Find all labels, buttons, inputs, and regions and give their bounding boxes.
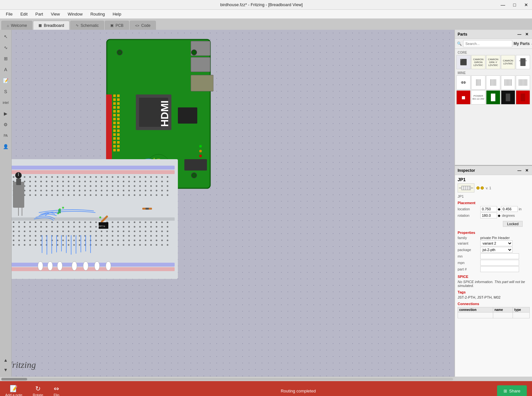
close-button[interactable]: ✕ xyxy=(520,0,532,10)
horizontal-scrollbar[interactable] xyxy=(0,377,454,381)
mn-label: mn xyxy=(458,254,480,258)
search-input[interactable] xyxy=(463,40,512,47)
location-x-input[interactable] xyxy=(480,206,497,212)
intel-tool[interactable]: intel xyxy=(1,98,11,107)
seeed-tool[interactable]: S xyxy=(1,87,11,96)
tab-schematic[interactable]: ∿ Schematic xyxy=(70,21,104,30)
inspector-close-btn[interactable]: ✕ xyxy=(524,168,530,173)
bus-tool[interactable]: ⊞ xyxy=(1,54,11,63)
svg-point-387 xyxy=(161,244,163,246)
rotation-unit: degrees xyxy=(502,214,515,217)
svg-point-117 xyxy=(161,181,163,182)
mine-part-2[interactable] xyxy=(471,75,485,90)
tab-schematic-label: Schematic xyxy=(81,23,99,28)
route-tool[interactable]: ∿ xyxy=(1,43,11,52)
scrollbar-thumb[interactable] xyxy=(1,378,27,380)
minimize-button[interactable]: — xyxy=(497,0,509,10)
pointer-tool[interactable]: ↖ xyxy=(1,32,11,41)
parts-close-btn[interactable]: ✕ xyxy=(524,32,530,37)
location-unit: in xyxy=(519,207,522,211)
label-tool[interactable]: A xyxy=(1,65,11,74)
svg-point-213 xyxy=(29,222,31,223)
tab-welcome[interactable]: ⌂ Welcome xyxy=(1,21,32,30)
svg-point-411 xyxy=(48,261,53,270)
add-note-button[interactable]: 📝 Add a note xyxy=(5,385,22,396)
mine-part-6[interactable]: ■ xyxy=(456,90,471,104)
package-select[interactable]: jst-2-pth xyxy=(480,247,513,253)
part-item-1[interactable]: ⬛ xyxy=(456,55,471,69)
tab-breadboard[interactable]: ▦ Breadboard xyxy=(33,21,70,30)
play-tool[interactable]: ▶ xyxy=(1,109,11,118)
svg-point-330 xyxy=(13,240,15,241)
pin-dot-1 xyxy=(476,186,480,190)
inspector-header: Inspector — ✕ xyxy=(455,166,532,175)
share-button[interactable]: ⊞ Share xyxy=(497,385,527,396)
rotate-icon: ↻ xyxy=(35,385,41,392)
svg-point-127 xyxy=(51,185,53,187)
family-row: family private Pin Header xyxy=(458,236,530,240)
svg-point-376 xyxy=(101,244,103,246)
flip-button[interactable]: ⇔ Flip xyxy=(54,385,60,396)
svg-point-84 xyxy=(145,176,147,178)
part-item-5[interactable] xyxy=(516,55,530,69)
svg-point-254 xyxy=(90,226,92,228)
mn-input[interactable] xyxy=(480,253,519,259)
svg-point-188 xyxy=(57,194,59,196)
scroll-down[interactable]: ▼ xyxy=(1,365,11,375)
menu-window[interactable]: Window xyxy=(64,10,86,18)
rotation-label: rotation xyxy=(458,214,480,217)
variant-select[interactable]: variant 2 variant 1 xyxy=(480,240,513,246)
menu-edit[interactable]: Edit xyxy=(17,10,31,18)
window-title: birdhouse.fzz* - Fritzing - [Breadboard … xyxy=(26,2,497,7)
tab-code[interactable]: <> Code xyxy=(130,21,156,30)
part-item-2[interactable]: CAMION GIRON LDV50C xyxy=(471,55,485,69)
mine-part-4[interactable] xyxy=(501,75,515,90)
menu-help[interactable]: Help xyxy=(109,10,125,18)
inspector-minus-btn[interactable]: — xyxy=(516,168,523,173)
svg-rect-423 xyxy=(520,58,526,66)
mine-part-7[interactable]: POWER B3-12-3W xyxy=(471,90,485,104)
mine-label: MINE xyxy=(456,71,531,75)
mine-part-8[interactable]: ▉ xyxy=(486,90,500,104)
part-item-3[interactable]: CAMION GRK-Y LDV50C xyxy=(486,55,500,69)
svg-point-178 xyxy=(167,190,168,192)
mpn-input[interactable] xyxy=(480,260,519,266)
parts-minus-btn[interactable]: — xyxy=(516,32,523,37)
svg-point-187 xyxy=(51,194,53,196)
mine-part-9[interactable]: ▉ xyxy=(501,90,515,104)
breadboard[interactable]: // This is just for visual, we'll do it … xyxy=(3,159,178,279)
svg-point-327 xyxy=(161,235,163,237)
pa-tool[interactable]: PA xyxy=(1,131,11,140)
part-item-4[interactable]: CAMION LDV50C xyxy=(501,55,515,69)
svg-point-207 xyxy=(161,194,163,196)
location-y-input[interactable] xyxy=(501,206,518,212)
menu-view[interactable]: View xyxy=(48,10,63,18)
partnum-input[interactable] xyxy=(480,266,519,272)
menu-routing[interactable]: Routing xyxy=(87,10,108,18)
rotate-button[interactable]: ↻ Rotate xyxy=(33,385,43,396)
svg-point-111 xyxy=(128,181,130,182)
mine-part-5[interactable] xyxy=(516,75,530,90)
svg-point-266 xyxy=(156,226,157,228)
settings-tool[interactable]: ⚙ xyxy=(1,120,11,129)
svg-point-210 xyxy=(13,222,15,223)
mine-part-10[interactable]: ▉ xyxy=(516,90,530,104)
maximize-button[interactable]: □ xyxy=(509,0,520,10)
parts-search-bar: 🔍 My Parts — xyxy=(455,39,532,49)
note-tool[interactable]: 📝 xyxy=(1,76,11,85)
mine-part-1[interactable] xyxy=(456,75,471,90)
locked-button[interactable]: Locked xyxy=(503,221,523,227)
rotation-input[interactable] xyxy=(480,213,497,218)
person-tool[interactable]: 👤 xyxy=(1,142,11,151)
tab-code-label: Code xyxy=(141,23,151,28)
canvas-area[interactable]: 🍓 xyxy=(0,30,454,377)
menu-file[interactable]: File xyxy=(3,10,16,18)
svg-point-305 xyxy=(40,235,42,237)
svg-point-78 xyxy=(112,176,114,178)
menu-part[interactable]: Part xyxy=(32,10,46,18)
tab-pcb[interactable]: ▣ PCB xyxy=(105,21,129,30)
scroll-up[interactable]: ▲ xyxy=(1,355,11,365)
svg-point-79 xyxy=(117,176,119,178)
mine-part-3[interactable] xyxy=(486,75,500,90)
svg-point-129 xyxy=(62,185,64,187)
